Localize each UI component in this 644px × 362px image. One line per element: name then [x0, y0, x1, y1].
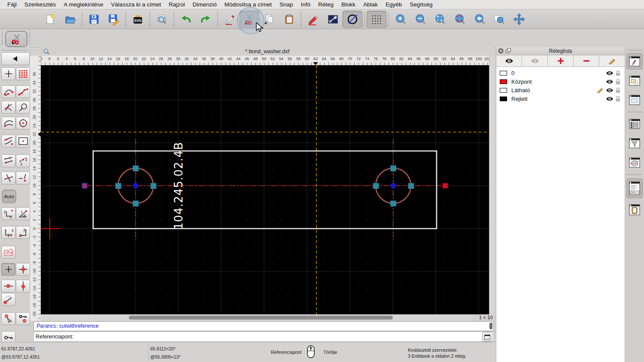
- drag-handle[interactable]: [2, 32, 3, 45]
- pan-button[interactable]: [509, 11, 529, 28]
- active-cut-tool-button[interactable]: [5, 31, 27, 47]
- layer-row[interactable]: Látható: [496, 86, 625, 94]
- close-icon[interactable]: [498, 48, 504, 54]
- svg-export-button[interactable]: SVG: [128, 11, 148, 28]
- menu-item-11[interactable]: Blokk: [337, 1, 359, 8]
- command-options-button[interactable]: [482, 332, 492, 341]
- layer-visibility-icon[interactable]: [605, 97, 614, 101]
- snap-free-button[interactable]: [1, 67, 15, 80]
- dock-wall-tool-button[interactable]: [626, 154, 643, 171]
- save-as-button[interactable]: [104, 11, 124, 28]
- delete-button[interactable]: [220, 11, 240, 28]
- zoom-out-button[interactable]: [410, 11, 430, 28]
- command-input[interactable]: [73, 332, 482, 341]
- left-center-point[interactable]: [133, 183, 139, 189]
- right-center-point[interactable]: [391, 183, 396, 189]
- dock-entity-list-button[interactable]: [626, 116, 643, 132]
- scale-modify-button[interactable]: [323, 11, 343, 28]
- menu-item-10[interactable]: Réteg: [314, 1, 337, 8]
- float-panel-icon[interactable]: [505, 48, 511, 54]
- remove-layer-button[interactable]: [574, 55, 599, 66]
- part-number-text[interactable]: 104.245.02.4B: [172, 142, 185, 230]
- zoom-selected-button[interactable]: [450, 11, 470, 28]
- layer-editing-pencil-icon[interactable]: [595, 87, 605, 93]
- dock-block-list-button[interactable]: [626, 72, 643, 89]
- dock-command-line-button[interactable]: [626, 178, 643, 198]
- coordinate-cartesian-button[interactable]: yx: [1, 207, 15, 220]
- dock-layer-list-button[interactable]: [626, 53, 643, 69]
- paste-button[interactable]: [279, 11, 299, 28]
- restrict-nothing-button[interactable]: [1, 263, 15, 276]
- dock-library-browser-button[interactable]: [626, 92, 643, 108]
- palette-back-button[interactable]: [1, 52, 30, 65]
- dock-selection-filter-button[interactable]: [626, 135, 643, 151]
- snap-intersection-manual-button[interactable]: [16, 172, 30, 184]
- menu-item-8[interactable]: Snap: [276, 1, 297, 8]
- redo-button[interactable]: [196, 11, 216, 28]
- coordinate-polar-button[interactable]: ra: [16, 207, 30, 220]
- menu-item-3[interactable]: A megtekintése: [60, 1, 107, 8]
- divide-button[interactable]: [343, 11, 362, 28]
- menu-item-14[interactable]: Segítség: [406, 1, 436, 8]
- menu-item-9[interactable]: Infó: [297, 1, 315, 8]
- snap-grid-points-button[interactable]: [16, 67, 30, 80]
- vertical-scrollbar[interactable]: [489, 56, 494, 321]
- restrict-vertical-button[interactable]: [16, 280, 30, 293]
- menu-item-1[interactable]: Fájl: [3, 1, 21, 8]
- history-scroll-thumb[interactable]: [489, 323, 492, 329]
- drawing-window-titlebar[interactable]: * bond_washer.dxf: [41, 47, 494, 56]
- menu-item-4[interactable]: Válassza ki a címet: [107, 1, 165, 8]
- layer-row[interactable]: Központ: [496, 77, 625, 86]
- snap-on-entity-button[interactable]: [16, 85, 30, 98]
- snap-perpendicular-base-button[interactable]: [1, 101, 15, 114]
- restrict-entity-button[interactable]: [1, 246, 15, 259]
- open-file-button[interactable]: [60, 11, 80, 28]
- drag-handle[interactable]: [628, 50, 641, 51]
- snap-intersection-button[interactable]: [1, 172, 15, 184]
- lock-reference-button[interactable]: [16, 312, 30, 325]
- snap-middle-button[interactable]: [1, 154, 15, 167]
- hide-all-layers-button[interactable]: [522, 55, 548, 66]
- zoom-previous-button[interactable]: [470, 11, 489, 28]
- zoom-in-button[interactable]: [391, 11, 410, 28]
- restrict-both-button[interactable]: [16, 263, 30, 276]
- menu-item-6[interactable]: Dimenzió: [188, 1, 220, 8]
- snap-endpoints-button[interactable]: [1, 85, 15, 98]
- drag-handle[interactable]: [29, 32, 30, 45]
- layer-row[interactable]: 0: [496, 69, 625, 77]
- left-reference-handle[interactable]: [82, 183, 87, 188]
- angle-restriction-button[interactable]: [1, 293, 15, 306]
- layer-lock-icon[interactable]: [614, 87, 621, 93]
- undo-button[interactable]: [176, 11, 196, 28]
- layer-lock-icon[interactable]: [614, 70, 621, 76]
- snap-center-button[interactable]: [16, 117, 30, 130]
- show-all-layers-button[interactable]: [496, 55, 522, 66]
- menu-item-5[interactable]: Rajzol: [165, 1, 189, 8]
- layer-visibility-icon[interactable]: [605, 88, 614, 93]
- save-button[interactable]: [84, 11, 104, 28]
- print-preview-button[interactable]: [152, 11, 172, 28]
- relative-polar-button[interactable]: 12: [16, 226, 30, 239]
- menu-item-13[interactable]: Egyéb: [382, 1, 406, 8]
- new-file-button[interactable]: [40, 11, 60, 28]
- snap-distance-button[interactable]: 12: [16, 154, 30, 167]
- right-reference-handle[interactable]: [443, 183, 448, 188]
- layer-lock-icon[interactable]: [614, 79, 621, 84]
- dock-clipboard-button[interactable]: [626, 202, 643, 218]
- layer-row[interactable]: Rejtett: [496, 94, 625, 103]
- set-reference-manual-button[interactable]: [1, 312, 15, 325]
- menu-item-12[interactable]: Ablak: [359, 1, 382, 8]
- snap-arc-button[interactable]: [1, 117, 15, 130]
- snap-auto-button[interactable]: Auto: [2, 190, 16, 203]
- layer-lock-icon[interactable]: [614, 96, 621, 102]
- edit-layer-button[interactable]: [599, 55, 625, 66]
- layer-visibility-icon[interactable]: [605, 71, 614, 75]
- add-layer-button[interactable]: [548, 55, 574, 66]
- snap-grid-button[interactable]: [367, 11, 386, 28]
- zoom-auto-button[interactable]: [430, 11, 450, 28]
- menu-item-2[interactable]: Szerkesztés: [21, 1, 60, 8]
- scrollbar-thumb[interactable]: [129, 316, 393, 320]
- attributes-button[interactable]: [303, 11, 323, 28]
- drag-handle[interactable]: [2, 50, 27, 51]
- relative-cartesian-button[interactable]: 12: [1, 226, 15, 239]
